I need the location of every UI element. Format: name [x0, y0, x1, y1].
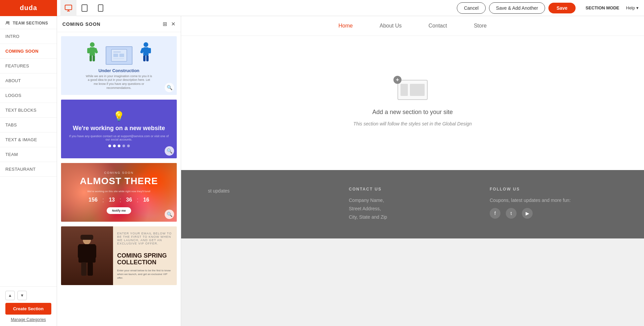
nav-about[interactable]: About Us	[380, 23, 402, 29]
almost-num-2: 13	[109, 197, 115, 203]
arrow-down-button[interactable]: ▼	[17, 291, 27, 300]
notify-button[interactable]: Notify me	[107, 207, 131, 214]
nav-store[interactable]: Store	[474, 23, 487, 29]
nav-home[interactable]: Home	[338, 23, 353, 29]
desktop-view-button[interactable]	[60, 0, 76, 16]
save-button[interactable]: Save	[548, 3, 576, 13]
person-left-icon	[86, 41, 99, 65]
almost-title: ALMOST THERE	[80, 176, 158, 186]
dot-1	[108, 145, 111, 147]
svg-rect-22	[143, 55, 146, 61]
footer-follow-text: Coupons, latest updates and more fun:	[490, 196, 617, 205]
sidebar-item-restaurant[interactable]: RESTAURANT	[0, 162, 57, 177]
svg-point-7	[90, 42, 95, 47]
uc-illustration	[86, 41, 153, 65]
main-area: Home About Us Contact Store + Add a new …	[181, 16, 644, 326]
svg-rect-20	[148, 48, 151, 53]
svg-rect-0	[65, 5, 72, 10]
twitter-icon[interactable]: t	[506, 208, 517, 219]
working-emoji: 💡	[113, 111, 125, 122]
svg-rect-12	[93, 55, 95, 61]
almost-there-card[interactable]: COMING SOON ALMOST THERE We're working o…	[60, 162, 177, 222]
dot-2	[113, 145, 116, 147]
manage-categories-link[interactable]: Manage Categories	[5, 317, 51, 322]
almost-numbers: 156 : 13 : 36 : 16	[89, 196, 149, 204]
sidebar: TEAM SECTIONS INTRO COMING SOON FEATURES…	[0, 16, 57, 326]
svg-rect-30	[88, 262, 93, 276]
close-icon[interactable]: ✕	[171, 21, 175, 27]
tablet-view-button[interactable]	[76, 0, 93, 16]
sidebar-item-logos[interactable]: LOGOS	[0, 88, 57, 103]
site-content: + Add a new section to your site This se…	[181, 36, 644, 170]
almost-num-val-1: 156	[89, 197, 98, 203]
arrow-up-button[interactable]: ▲	[5, 291, 15, 300]
grid-view-icon[interactable]: ⊞	[163, 21, 167, 27]
facebook-icon[interactable]: f	[490, 208, 500, 219]
cancel-button[interactable]: Cancel	[457, 2, 486, 14]
sidebar-item-text-blocks[interactable]: TEXT BLOCKS	[0, 103, 57, 118]
sidebar-item-coming-soon[interactable]: COMING SOON	[0, 44, 57, 59]
create-section-button[interactable]: Create Section	[5, 303, 51, 315]
uc-subtitle: While we are in your imagination come to…	[86, 74, 153, 90]
sidebar-item-intro[interactable]: INTRO	[0, 29, 57, 44]
svg-rect-25	[80, 235, 93, 240]
sidebar-footer: ▲ ▼ Create Section Manage Categories	[0, 286, 57, 326]
svg-rect-19	[143, 47, 149, 56]
svg-rect-15	[113, 54, 118, 57]
youtube-icon[interactable]: ▶	[522, 208, 533, 219]
sidebar-item-tabs[interactable]: TABS	[0, 118, 57, 132]
svg-point-6	[8, 22, 9, 23]
sidebar-header: TEAM SECTIONS	[0, 16, 57, 29]
footer-col-2: CONTACT US Company Name, Street Address,…	[349, 187, 476, 222]
footer-contact-title: CONTACT US	[349, 187, 476, 192]
spring-photo	[61, 226, 113, 285]
almost-num-4: 16	[143, 197, 149, 203]
site-footer: st updates CONTACT US Company Name, Stre…	[181, 170, 644, 238]
panel-header-icons: ⊞ ✕	[163, 21, 175, 27]
almost-preview: COMING SOON ALMOST THERE We're working o…	[61, 163, 177, 222]
board-sketch-icon	[111, 49, 127, 62]
add-section-title: Add a new section to your site	[372, 109, 453, 116]
device-switcher	[60, 0, 109, 16]
svg-point-18	[144, 42, 148, 47]
add-section-box-right	[410, 84, 425, 96]
zoom-working-icon[interactable]: 🔍	[165, 146, 174, 156]
chevron-down-icon: ▾	[636, 5, 639, 10]
team-icon	[5, 21, 10, 25]
sidebar-item-features[interactable]: FEATURES	[0, 59, 57, 73]
footer-company: Company Name,	[349, 198, 384, 203]
dot-3	[118, 145, 120, 147]
working-card[interactable]: 💡 We're working on a new website If you …	[60, 99, 177, 159]
under-construction-card[interactable]: Under Construction While we are in your …	[60, 36, 177, 96]
svg-rect-23	[146, 55, 149, 61]
footer-social-icons: f t ▶	[490, 208, 617, 219]
panel-title: COMING SOON	[62, 21, 101, 27]
footer-col-1-text: st updates	[208, 187, 335, 195]
logo-area: duda	[0, 0, 57, 16]
add-section-box-left	[400, 84, 408, 96]
spring-sup: Enter your email below to be the first t…	[117, 232, 173, 245]
spring-person-icon	[78, 235, 96, 277]
spring-preview: Enter your email below to be the first t…	[61, 226, 177, 285]
almost-num-1: 156	[89, 197, 98, 203]
add-section-placeholder: + Add a new section to your site This se…	[353, 80, 472, 126]
coming-spring-card[interactable]: Enter your email below to be the first t…	[60, 226, 177, 286]
add-section-box	[397, 80, 428, 100]
help-button[interactable]: Help ▾	[626, 5, 639, 10]
sep-1: :	[102, 196, 104, 204]
svg-rect-28	[92, 245, 96, 258]
sidebar-item-text-image[interactable]: TEXT & IMAGE	[0, 132, 57, 147]
sidebar-item-team[interactable]: TEAM	[0, 147, 57, 162]
footer-street: Street Address,	[349, 206, 381, 211]
spring-title: COMING SPRING COLLECTION	[117, 253, 173, 266]
nav-contact[interactable]: Contact	[429, 23, 447, 29]
sep-3: :	[137, 196, 139, 204]
panel-content: Under Construction While we are in your …	[57, 32, 181, 326]
zoom-icon[interactable]: 🔍	[165, 83, 174, 92]
sidebar-item-about[interactable]: ABOUT	[0, 73, 57, 88]
mobile-view-button[interactable]	[93, 0, 109, 16]
footer-follow-title: FOLLOW US	[490, 187, 617, 192]
save-add-another-button[interactable]: Save & Add Another	[489, 2, 545, 14]
sep-2: :	[119, 196, 121, 204]
svg-rect-8	[90, 47, 95, 56]
